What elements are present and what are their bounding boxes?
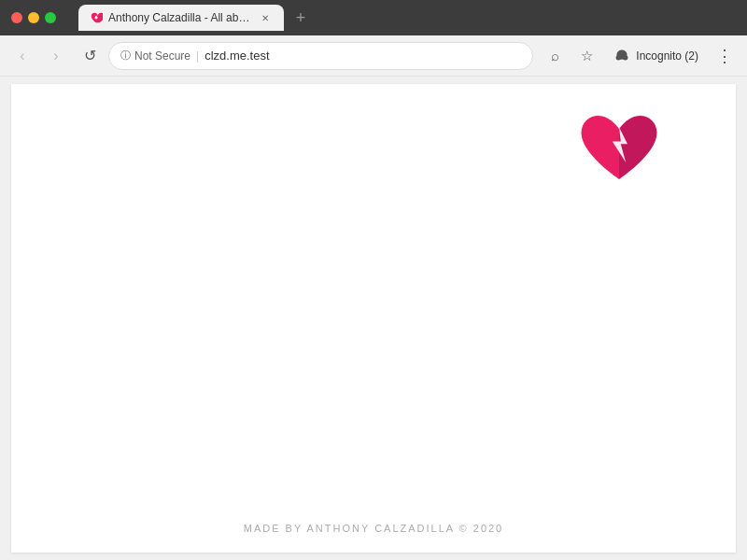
title-bar: Anthony Calzadilla - All about C... ✕ + xyxy=(0,0,747,35)
nav-icons: ⌕ ☆ xyxy=(541,42,600,70)
incognito-icon xyxy=(612,46,632,66)
not-secure-label: Not Secure xyxy=(134,49,190,63)
webpage: MADE BY ANTHONY CALZADILLA © 2020 xyxy=(0,77,747,560)
reload-button[interactable]: ↺ xyxy=(75,41,105,71)
tab-favicon xyxy=(90,11,103,24)
lock-icon: ⓘ xyxy=(120,49,131,63)
address-bar[interactable]: ⓘ Not Secure | clzd.me.test xyxy=(108,42,533,70)
back-button[interactable]: ‹ xyxy=(7,41,37,71)
forward-button[interactable]: › xyxy=(41,41,71,71)
site-logo xyxy=(577,112,661,196)
incognito-label: Incognito (2) xyxy=(636,49,698,63)
tab-bar: Anthony Calzadilla - All about C... ✕ + xyxy=(71,5,736,31)
page-footer: MADE BY ANTHONY CALZADILLA © 2020 xyxy=(11,523,736,534)
maximize-button[interactable] xyxy=(45,12,56,23)
traffic-lights xyxy=(11,12,56,23)
bookmark-button[interactable]: ☆ xyxy=(572,42,600,70)
footer-text: MADE BY ANTHONY CALZADILLA © 2020 xyxy=(244,523,504,534)
svg-rect-3 xyxy=(617,56,627,59)
active-tab[interactable]: Anthony Calzadilla - All about C... ✕ xyxy=(78,5,284,31)
page-content: MADE BY ANTHONY CALZADILLA © 2020 xyxy=(11,84,736,553)
address-url: clzd.me.test xyxy=(204,49,269,63)
security-indicator: ⓘ Not Secure xyxy=(120,49,190,63)
tab-close-button[interactable]: ✕ xyxy=(258,10,273,25)
minimize-button[interactable] xyxy=(28,12,39,23)
incognito-button[interactable]: Incognito (2) xyxy=(604,42,706,70)
nav-bar: ‹ › ↺ ⓘ Not Secure | clzd.me.test ⌕ ☆ In… xyxy=(0,35,747,77)
address-divider: | xyxy=(196,49,199,63)
tab-title: Anthony Calzadilla - All about C... xyxy=(108,11,252,24)
menu-button[interactable]: ⋮ xyxy=(710,41,740,71)
close-button[interactable] xyxy=(11,12,22,23)
search-button[interactable]: ⌕ xyxy=(541,42,569,70)
new-tab-button[interactable]: + xyxy=(288,5,314,31)
